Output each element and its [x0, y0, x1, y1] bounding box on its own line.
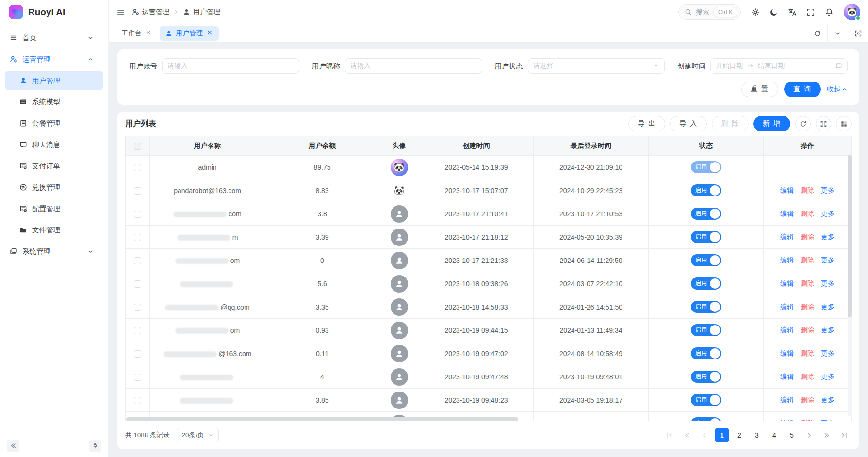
- status-toggle[interactable]: 启用: [691, 277, 721, 290]
- last-page-button[interactable]: [837, 428, 852, 442]
- app-logo[interactable]: Ruoyi AI: [0, 0, 108, 24]
- user-status-select[interactable]: 请选择: [528, 58, 665, 74]
- row-checkbox[interactable]: [134, 327, 141, 334]
- edit-link[interactable]: 编辑: [780, 303, 794, 310]
- status-toggle[interactable]: 启用: [691, 347, 721, 359]
- row-checkbox[interactable]: [134, 350, 141, 358]
- edit-link[interactable]: 编辑: [780, 349, 794, 357]
- status-toggle[interactable]: 启用: [691, 184, 721, 196]
- status-toggle[interactable]: 启用: [691, 371, 721, 383]
- table-fullscreen-button[interactable]: [816, 116, 831, 131]
- edit-link[interactable]: 编辑: [780, 233, 794, 241]
- more-link[interactable]: 更多: [821, 279, 835, 287]
- table-refresh-button[interactable]: [795, 116, 811, 131]
- sidebar-collapse-button[interactable]: [7, 440, 19, 452]
- search-button[interactable]: 查 询: [784, 82, 821, 97]
- delete-link[interactable]: 删除: [801, 349, 814, 357]
- delete-link[interactable]: 删除: [801, 210, 814, 217]
- sidebar-item-operations[interactable]: 运营管理: [5, 49, 103, 69]
- status-toggle[interactable]: 启用: [691, 324, 721, 336]
- add-button[interactable]: 新 增: [753, 116, 790, 131]
- close-icon[interactable]: [206, 29, 213, 37]
- more-link[interactable]: 更多: [821, 419, 835, 422]
- sidebar-item-config-management[interactable]: 配置管理: [5, 199, 103, 218]
- sidebar-item-exchange-management[interactable]: 兑换管理: [5, 178, 103, 197]
- prev-page-button[interactable]: [697, 428, 712, 442]
- delete-button[interactable]: 删 除: [712, 116, 749, 131]
- edit-link[interactable]: 编辑: [780, 279, 794, 287]
- next-page-button[interactable]: [802, 428, 817, 442]
- status-toggle[interactable]: 启用: [691, 301, 721, 313]
- row-checkbox[interactable]: [134, 164, 141, 171]
- page-button-4[interactable]: 4: [767, 428, 782, 442]
- edit-link[interactable]: 编辑: [780, 256, 794, 264]
- tab-user-management[interactable]: 用户管理: [160, 26, 219, 41]
- close-icon[interactable]: [145, 29, 152, 37]
- notifications-button[interactable]: [821, 4, 837, 20]
- theme-toggle-button[interactable]: [766, 4, 782, 20]
- row-checkbox[interactable]: [134, 257, 141, 264]
- row-checkbox[interactable]: [134, 211, 141, 218]
- status-toggle[interactable]: 启用: [691, 208, 721, 220]
- delete-link[interactable]: 删除: [801, 373, 814, 380]
- edit-link[interactable]: 编辑: [780, 419, 794, 422]
- page-button-3[interactable]: 3: [750, 428, 764, 442]
- status-toggle[interactable]: 启用: [691, 231, 721, 243]
- prev-group-button[interactable]: [680, 428, 694, 442]
- create-time-daterange[interactable]: 开始日期结束日期: [710, 58, 848, 74]
- edit-link[interactable]: 编辑: [780, 326, 794, 334]
- breadcrumb-item[interactable]: 运营管理: [132, 8, 169, 16]
- status-toggle[interactable]: 启用: [691, 161, 721, 173]
- sidebar-pin-button[interactable]: [89, 440, 101, 452]
- delete-link[interactable]: 删除: [801, 303, 814, 310]
- collapse-filter-link[interactable]: 收起: [827, 85, 848, 94]
- edit-link[interactable]: 编辑: [780, 186, 794, 194]
- global-search[interactable]: 搜索 Ctrl K: [678, 4, 741, 20]
- reset-button[interactable]: 重 置: [741, 82, 778, 97]
- language-button[interactable]: [785, 4, 800, 20]
- vertical-scrollbar[interactable]: [848, 155, 852, 416]
- select-all-checkbox[interactable]: [134, 143, 141, 150]
- row-checkbox[interactable]: [134, 234, 141, 241]
- delete-link[interactable]: 删除: [801, 419, 814, 422]
- sidebar-item-file-management[interactable]: 文件管理: [5, 220, 103, 240]
- sidebar-item-chat-messages[interactable]: 聊天消息: [5, 135, 103, 154]
- row-checkbox[interactable]: [134, 374, 141, 381]
- delete-link[interactable]: 删除: [801, 256, 814, 264]
- edit-link[interactable]: 编辑: [780, 210, 794, 217]
- menu-toggle-button[interactable]: [116, 8, 125, 16]
- tabbar-refresh-button[interactable]: [807, 24, 827, 42]
- more-link[interactable]: 更多: [821, 349, 835, 357]
- sidebar-item-payment-orders[interactable]: 支付订单: [5, 156, 103, 176]
- fullscreen-button[interactable]: [803, 4, 819, 20]
- status-toggle[interactable]: 启用: [691, 417, 721, 421]
- page-button-1[interactable]: 1: [715, 428, 729, 442]
- more-link[interactable]: 更多: [821, 210, 835, 217]
- page-button-2[interactable]: 2: [732, 428, 747, 442]
- tab-workbench[interactable]: 工作台: [115, 26, 158, 41]
- sidebar-item-package-management[interactable]: 套餐管理: [5, 114, 103, 133]
- first-page-button[interactable]: [662, 428, 677, 442]
- more-link[interactable]: 更多: [821, 233, 835, 241]
- status-toggle[interactable]: 启用: [691, 394, 721, 406]
- more-link[interactable]: 更多: [821, 186, 835, 194]
- sidebar-item-home[interactable]: 首页: [5, 28, 103, 48]
- delete-link[interactable]: 删除: [801, 279, 814, 287]
- settings-button[interactable]: [748, 4, 763, 20]
- import-button[interactable]: 导 入: [670, 116, 707, 131]
- page-size-select[interactable]: 20条/页: [177, 428, 219, 442]
- more-link[interactable]: 更多: [821, 303, 835, 310]
- page-button-5[interactable]: 5: [785, 428, 799, 442]
- delete-link[interactable]: 删除: [801, 326, 814, 334]
- row-checkbox[interactable]: [134, 304, 141, 311]
- delete-link[interactable]: 删除: [801, 233, 814, 241]
- delete-link[interactable]: 删除: [801, 396, 814, 404]
- more-link[interactable]: 更多: [821, 326, 835, 334]
- export-button[interactable]: 导 出: [628, 116, 665, 131]
- horizontal-scrollbar[interactable]: [126, 417, 518, 421]
- row-checkbox[interactable]: [134, 187, 141, 195]
- tabbar-maximize-button[interactable]: [848, 24, 868, 42]
- edit-link[interactable]: 编辑: [780, 396, 794, 404]
- user-account-input[interactable]: 请输入: [162, 58, 299, 74]
- table-column-settings-button[interactable]: [836, 116, 852, 131]
